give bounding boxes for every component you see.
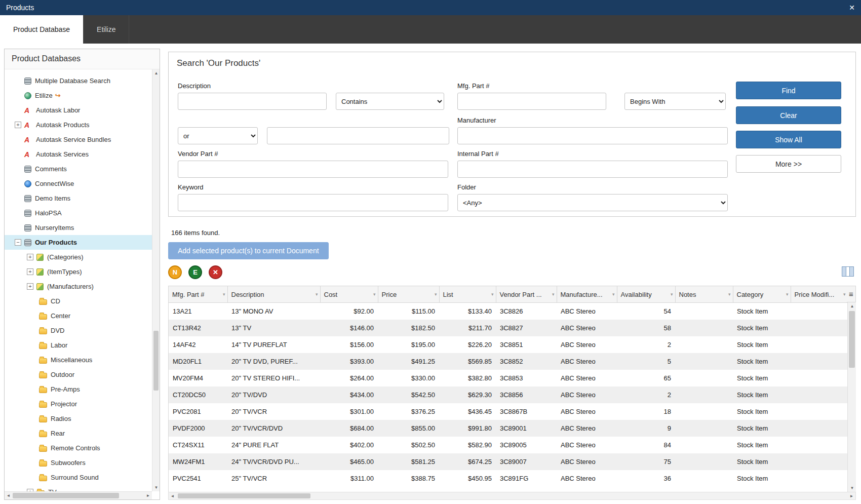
chevron-down-icon[interactable]: ▾ <box>612 292 615 297</box>
table-row[interactable]: PVDF200020" TV/VCR/DVD$684.00$855.00$991… <box>169 420 847 437</box>
chevron-down-icon[interactable]: ▾ <box>223 292 225 297</box>
tree-item-center[interactable]: Center <box>5 308 152 323</box>
table-row[interactable]: MW24FM124" TV/VCR/DVD PU...$465.00$581.2… <box>169 453 847 470</box>
column-header-mfg-part[interactable]: Mfg. Part #▾ <box>169 286 227 303</box>
chevron-down-icon[interactable]: ▾ <box>728 292 731 297</box>
columns-icon[interactable] <box>842 266 854 277</box>
chevron-down-icon[interactable]: ▾ <box>373 292 376 297</box>
tree-item-connectwise[interactable]: ConnectWise <box>5 176 152 191</box>
table-row[interactable]: 14AF4214" TV PUREFLAT$156.00$195.00$226.… <box>169 336 847 353</box>
scroll-down-icon[interactable]: ▼ <box>848 484 856 492</box>
tree-item-miscellaneous[interactable]: Miscellaneous <box>5 353 152 367</box>
tree-item-nurseryitems[interactable]: NurseryItems <box>5 220 152 235</box>
expand-icon[interactable]: + <box>27 268 33 275</box>
chevron-down-icon[interactable]: ▾ <box>786 292 789 297</box>
tree-item-our-products[interactable]: −Our Products <box>5 235 152 250</box>
or-select[interactable]: or <box>178 127 258 144</box>
scrollbar-thumb[interactable] <box>849 311 855 368</box>
tab-product-database[interactable]: Product Database <box>0 15 84 44</box>
or-secondary-input[interactable] <box>267 127 449 144</box>
tab-etilize[interactable]: Etilize <box>84 15 129 44</box>
vendor-part-input[interactable] <box>178 161 448 178</box>
expand-icon[interactable]: + <box>15 122 21 128</box>
manufacturer-input[interactable] <box>457 127 728 144</box>
tree-item-tv[interactable]: +TV <box>5 485 152 491</box>
tree-item-cd[interactable]: CD <box>5 294 152 308</box>
tree-item-autotask-service-bundles[interactable]: Autotask Service Bundles <box>5 132 152 147</box>
clear-button[interactable]: Clear <box>736 106 841 124</box>
tree-item-manufacturers[interactable]: +(Manufacturers) <box>5 279 152 294</box>
table-horizontal-scrollbar[interactable]: ◄ ► <box>168 492 856 500</box>
begins-with-select[interactable]: Begins With <box>624 93 726 110</box>
column-header-manufacture[interactable]: Manufacture...▾ <box>557 286 617 303</box>
table-row[interactable]: CT13R4213" TV$146.00$182.50$211.703C8827… <box>169 320 847 336</box>
column-header-category[interactable]: Category▾ <box>733 286 791 303</box>
table-row[interactable]: MD20FL120" TV DVD, PUREF...$393.00$491.2… <box>169 353 847 370</box>
more-button[interactable]: More >> <box>736 155 841 173</box>
column-header-list[interactable]: List▾ <box>439 286 496 303</box>
expand-icon[interactable]: + <box>27 283 33 290</box>
tree-item-surround-sound[interactable]: Surround Sound <box>5 470 152 485</box>
chevron-down-icon[interactable]: ▾ <box>671 292 673 297</box>
table-vertical-scrollbar[interactable]: ▲ ▼ <box>847 302 856 492</box>
tree-item-remote-controls[interactable]: Remote Controls <box>5 441 152 455</box>
tree-item-etilize[interactable]: Etilize↪ <box>5 88 152 103</box>
column-header-vendor-part[interactable]: Vendor Part ...▾ <box>496 286 557 303</box>
table-row[interactable]: PVC254125" TV/VCR$311.00$388.75$450.953C… <box>169 470 847 487</box>
table-row[interactable]: CT20DC5020" TV/DVD$434.00$542.50$629.303… <box>169 386 847 403</box>
tree-item-autotask-services[interactable]: Autotask Services <box>5 147 152 162</box>
chevron-down-icon[interactable]: ▾ <box>552 292 555 297</box>
scroll-up-icon[interactable]: ▲ <box>848 302 856 310</box>
show-all-button[interactable]: Show All <box>736 131 841 148</box>
new-status-icon[interactable]: N <box>168 265 182 279</box>
table-row[interactable]: PVC208120" TV/VCR$301.00$376.25$436.453C… <box>169 403 847 420</box>
mfg-part-input[interactable] <box>457 93 606 110</box>
table-row[interactable]: MV20FM420" TV STEREO HIFI...$264.00$330.… <box>169 370 847 386</box>
column-header-availability[interactable]: Availability▾ <box>617 286 675 303</box>
scroll-up-icon[interactable]: ▲ <box>152 69 160 77</box>
close-icon[interactable]: ✕ <box>849 4 855 12</box>
chevron-down-icon[interactable]: ▾ <box>491 292 494 297</box>
scroll-left-icon[interactable]: ◄ <box>5 492 12 499</box>
scroll-right-icon[interactable]: ► <box>848 492 855 500</box>
column-header-description[interactable]: Description▾ <box>227 286 320 303</box>
column-header-price-modifi[interactable]: Price Modifi...▾ <box>791 286 847 303</box>
expand-icon[interactable]: + <box>27 254 33 260</box>
description-input[interactable] <box>178 93 327 110</box>
folder-select[interactable]: <Any> <box>457 194 728 211</box>
table-row[interactable]: CT24SX1124" PURE FLAT$402.00$502.50$582.… <box>169 437 847 453</box>
tree-item-autotask-products[interactable]: +Autotask Products <box>5 118 152 132</box>
tree-item-dvd[interactable]: DVD <box>5 323 152 338</box>
edit-status-icon[interactable]: E <box>188 265 202 279</box>
scroll-left-icon[interactable]: ◄ <box>169 492 176 500</box>
tree-item-multiple-database-search[interactable]: Multiple Database Search <box>5 73 152 88</box>
tree-item-categories[interactable]: +(Categories) <box>5 250 152 264</box>
column-header-notes[interactable]: Notes▾ <box>675 286 733 303</box>
tree-item-halopsa[interactable]: HaloPSA <box>5 206 152 220</box>
scroll-down-icon[interactable]: ▼ <box>152 484 160 491</box>
tree-item-subwoofers[interactable]: Subwoofers <box>5 455 152 470</box>
sidebar-horizontal-scrollbar[interactable]: ◄ ► <box>5 491 152 499</box>
table-row[interactable]: 13A2113" MONO AV$92.00$115.00$133.403C88… <box>169 303 847 320</box>
contains-select[interactable]: Contains <box>336 93 444 110</box>
chevron-down-icon[interactable]: ▾ <box>435 292 437 297</box>
tree-item-itemtypes[interactable]: +(ItemTypes) <box>5 264 152 279</box>
tree-item-autotask-labor[interactable]: Autotask Labor <box>5 103 152 118</box>
column-header-price[interactable]: Price▾ <box>378 286 439 303</box>
menu-icon[interactable]: ≡ <box>847 286 856 302</box>
chevron-down-icon[interactable]: ▾ <box>316 292 318 297</box>
column-header-cost[interactable]: Cost▾ <box>320 286 378 303</box>
scroll-right-icon[interactable]: ► <box>144 492 152 499</box>
tree-item-outdoor[interactable]: Outdoor <box>5 367 152 382</box>
tree-item-demo-items[interactable]: Demo Items <box>5 191 152 206</box>
internal-part-input[interactable] <box>457 161 728 178</box>
scrollbar-thumb[interactable] <box>178 493 310 498</box>
add-to-document-button[interactable]: Add selected product(s) to current Docum… <box>168 242 329 259</box>
delete-status-icon[interactable]: ✕ <box>209 265 222 279</box>
tree-item-radios[interactable]: Radios <box>5 411 152 426</box>
sidebar-vertical-scrollbar[interactable]: ▲ ▼ <box>152 69 160 491</box>
collapse-icon[interactable]: − <box>15 239 21 246</box>
tree-item-labor[interactable]: Labor <box>5 338 152 353</box>
tree-item-projector[interactable]: Projector <box>5 397 152 411</box>
tree-item-rear[interactable]: Rear <box>5 426 152 441</box>
